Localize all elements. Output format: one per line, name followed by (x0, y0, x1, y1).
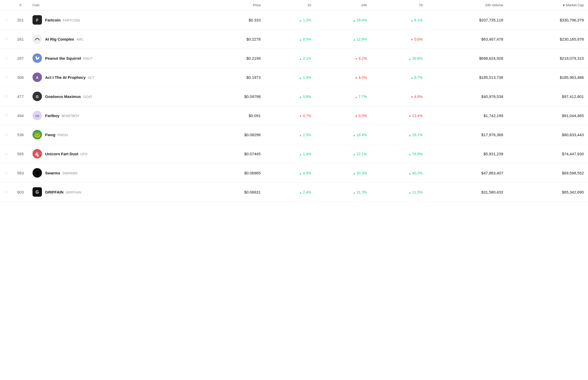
coin-info-cell[interactable]: ❋ Swarms SWARMS (28, 163, 203, 183)
change-7d: ▲ 40.2% (371, 163, 427, 183)
change-value: ▲ 30.8% (409, 56, 423, 60)
rank-number: 494 (13, 106, 28, 125)
favorite-star[interactable]: ☆ (0, 106, 13, 125)
change-value: ▲ 18.4% (353, 133, 367, 137)
col-header-star (0, 0, 13, 10)
change-7d: ▲ 6.7% (371, 68, 427, 87)
market-cap: $74,447,930 (508, 144, 588, 163)
favorite-star[interactable]: ☆ (0, 68, 13, 87)
change-value: ▲ 20.3% (353, 171, 367, 175)
svg-text:F: F (36, 18, 39, 22)
change-24h: ▼ 0.0% (315, 106, 371, 125)
rank-number: 306 (13, 68, 28, 87)
favorite-star[interactable]: ☆ (0, 144, 13, 163)
volume-24h: $185,513,736 (427, 68, 507, 87)
market-cap: $91,044,465 (508, 106, 588, 125)
market-cap: $80,833,443 (508, 125, 588, 144)
coin-info-cell[interactable]: 🐸 Fwog FWOG (28, 125, 203, 144)
volume-24h: $1,742,199 (427, 106, 507, 125)
svg-text:FB: FB (35, 114, 39, 118)
change-24h: ▼ 9.2% (315, 49, 371, 68)
coin-info-cell[interactable]: F Fartcoin FARTCOIN (28, 10, 203, 30)
change-24h: ▲ 22.1% (315, 144, 371, 163)
favorite-star[interactable]: ☆ (0, 49, 13, 68)
coin-name-label: Fwog FWOG (45, 133, 68, 137)
coin-info-cell[interactable]: G Goatseus Maximus GOAT (28, 87, 203, 106)
volume-24h: $698,624,928 (427, 49, 507, 68)
change-1h: ▼ 0.7% (265, 106, 315, 125)
change-value: ▼ 0.0% (355, 114, 367, 118)
change-value: ▲ 6.7% (411, 75, 423, 80)
price-value: $0.07445 (203, 144, 265, 163)
favorite-star[interactable]: ☆ (0, 163, 13, 183)
rank-number: 477 (13, 87, 28, 106)
market-cap: $230,165,878 (508, 30, 588, 49)
coin-info-cell[interactable]: FB Fartboy $FARTBOY (28, 106, 203, 125)
market-cap: $219,079,315 (508, 49, 588, 68)
col-header-price[interactable]: Price (203, 0, 265, 10)
price-value: $0.06631 (203, 183, 265, 202)
change-value: ▲ 28.1% (409, 133, 423, 137)
rank-number: 565 (13, 144, 28, 163)
col-header-volume[interactable]: 24h Volume (427, 0, 507, 10)
coin-info-cell[interactable]: AI Rig Complex ARC (28, 30, 203, 49)
change-1h: ▲ 1.3% (265, 68, 315, 87)
change-1h: ▲ 1.4% (265, 144, 315, 163)
coin-info-cell[interactable]: 🐿 Peanut the Squirrel PNUT (28, 49, 203, 68)
volume-24h: $63,467,478 (427, 30, 507, 49)
col-header-1h[interactable]: 1h (265, 0, 315, 10)
change-value: ▲ 7.7% (355, 95, 367, 99)
mcap-sort-icon: ▼ (562, 4, 565, 7)
col-header-mcap[interactable]: ▼Market Cap (508, 0, 588, 10)
change-value: ▲ 2.5% (299, 133, 311, 137)
market-cap: $69,598,552 (508, 163, 588, 183)
volume-24h: $40,978,538 (427, 87, 507, 106)
svg-text:🦄: 🦄 (34, 151, 40, 157)
col-header-coin[interactable]: Coin (28, 0, 203, 10)
change-1h: ▲ 2.1% (265, 49, 315, 68)
change-24h: ▲ 31.3% (315, 183, 371, 202)
table-row: ☆ 201 F Fartcoin FARTCOIN $0.333 ▲ 1.2% … (0, 10, 588, 30)
coin-info-cell[interactable]: G GRIFFAIN GRIFFAIN (28, 183, 203, 202)
change-value: ▲ 2.1% (299, 56, 311, 60)
change-7d: ▲ 28.1% (371, 125, 427, 144)
change-value: ▼ 0.6% (411, 37, 423, 41)
col-header-rank[interactable]: # (13, 0, 28, 10)
change-value: ▲ 0.8% (299, 95, 311, 99)
change-7d: ▼ 4.8% (371, 87, 427, 106)
rank-number: 201 (13, 10, 28, 30)
price-value: $0.2278 (203, 30, 265, 49)
table-row: ☆ 306 A Act I The AI Prophecy ACT $0.197… (0, 68, 588, 87)
market-cap: $65,342,690 (508, 183, 588, 202)
change-1h: ▲ 4.0% (265, 163, 315, 183)
table-row: ☆ 603 G GRIFFAIN GRIFFAIN $0.06631 ▲ 2.4… (0, 183, 588, 202)
favorite-star[interactable]: ☆ (0, 10, 13, 30)
change-value: ▲ 2.4% (299, 190, 311, 194)
svg-point-2 (33, 35, 42, 43)
volume-24h: $207,735,118 (427, 10, 507, 30)
favorite-star[interactable]: ☆ (0, 87, 13, 106)
svg-text:G: G (36, 95, 39, 99)
svg-text:A: A (36, 75, 39, 80)
col-header-24h[interactable]: 24h (315, 0, 371, 10)
change-value: ▲ 22.1% (353, 152, 367, 156)
coin-info-cell[interactable]: A Act I The AI Prophecy ACT (28, 68, 203, 87)
coin-info-cell[interactable]: 🦄 Unicorn Fart Dust UFD (28, 144, 203, 163)
favorite-star[interactable]: ☆ (0, 125, 13, 144)
favorite-star[interactable]: ☆ (0, 183, 13, 202)
change-value: ▲ 40.2% (409, 171, 423, 175)
volume-24h: $31,580,432 (427, 183, 507, 202)
favorite-star[interactable]: ☆ (0, 30, 13, 49)
table-row: ☆ 583 ❋ Swarms SWARMS $0.06965 ▲ 4.0% ▲ … (0, 163, 588, 183)
coin-name-label: Fartcoin FARTCOIN (45, 18, 80, 22)
change-value: ▼ 13.4% (409, 114, 423, 118)
change-24h: ▲ 18.4% (315, 125, 371, 144)
coin-name-label: Peanut the Squirrel PNUT (45, 56, 93, 60)
col-header-7d[interactable]: 7d (371, 0, 427, 10)
change-value: ▲ 31.3% (353, 190, 367, 194)
change-24h: ▼ 4.5% (315, 68, 371, 87)
rank-number: 583 (13, 163, 28, 183)
coin-name-label: Act I The AI Prophecy ACT (45, 75, 95, 80)
svg-text:❋: ❋ (35, 170, 40, 176)
change-1h: ▲ 1.2% (265, 10, 315, 30)
